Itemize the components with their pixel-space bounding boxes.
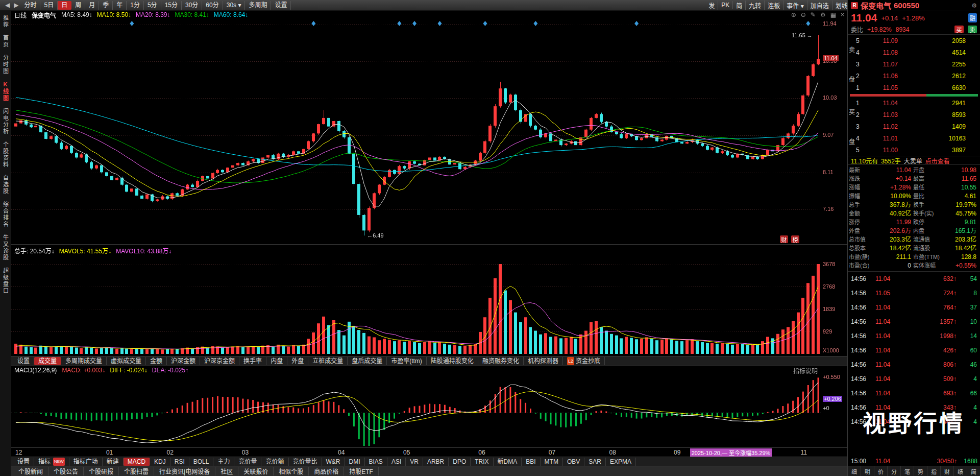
- bottom-tab-社区[interactable]: 社区: [215, 467, 238, 475]
- vol-tab-换手率[interactable]: 换手率: [239, 357, 266, 365]
- bottom-tab-商品价格[interactable]: 商品价格: [309, 467, 344, 475]
- mini-tab-指[interactable]: 指: [927, 466, 941, 476]
- sidebar-item-牛叉诊股[interactable]: 牛叉诊股: [2, 234, 10, 261]
- sell-tab-button[interactable]: 卖: [968, 26, 977, 33]
- bottom-tab-关联报价[interactable]: 关联报价: [238, 467, 274, 475]
- sell-queue-row[interactable]: 411.084514: [856, 46, 980, 58]
- big-order-alert[interactable]: 11.10元有 3552手 大卖单 点击查看: [848, 156, 980, 165]
- sell-queue-row[interactable]: 511.092058: [856, 35, 980, 46]
- toolbar-item-连板[interactable]: 连板: [765, 1, 783, 10]
- indicator-tab-EXPMA[interactable]: EXPMA: [606, 458, 636, 466]
- sell-queue-row[interactable]: 311.072255: [856, 58, 980, 70]
- vol-tab-设置[interactable]: 设置: [13, 357, 34, 365]
- mini-tab-势[interactable]: 势: [914, 466, 927, 476]
- indicator-tab-MACD[interactable]: MACD: [124, 458, 150, 466]
- bottom-tab-个股新闻[interactable]: 个股新闻: [13, 467, 48, 475]
- mini-tab-分[interactable]: 分: [888, 466, 901, 476]
- vol-tab-市盈率(ttm)[interactable]: 市盈率(ttm): [387, 357, 427, 365]
- period-tab-30s ▾[interactable]: 30s ▾: [223, 1, 246, 10]
- indicator-tab-KDJ[interactable]: KDJ: [150, 458, 170, 466]
- toolbar-item-九转[interactable]: 九转: [746, 1, 765, 10]
- indicator-plaza[interactable]: 指标广场: [69, 458, 103, 466]
- period-tab-周[interactable]: 周: [71, 1, 85, 10]
- buy-queue-row[interactable]: 211.038593: [856, 109, 980, 121]
- sell-queue-row[interactable]: 111.056630: [856, 82, 980, 93]
- mini-tab-财[interactable]: 财: [941, 466, 954, 476]
- indicator-tab-指标[interactable]: 指标NEW: [34, 458, 69, 466]
- bottom-tab-个股研报[interactable]: 个股研报: [84, 467, 119, 475]
- indicator-tab-竞价量比[interactable]: 竞价量比: [289, 458, 322, 466]
- vol-tab-金额[interactable]: 金额: [146, 357, 167, 365]
- indicator-tab-竞价额[interactable]: 竞价额: [261, 458, 288, 466]
- kline-chart-canvas[interactable]: [11, 19, 847, 245]
- indicator-tab-VR[interactable]: VR: [406, 458, 423, 466]
- period-tab-30分[interactable]: 30分: [182, 1, 202, 10]
- period-tab-季[interactable]: 季: [99, 1, 113, 10]
- period-tab-1分[interactable]: 1分: [127, 1, 144, 10]
- chart-tool-icon-3[interactable]: ⚙: [820, 11, 826, 18]
- mini-tab-简[interactable]: 简: [967, 466, 980, 476]
- bottom-tab-持股ETF[interactable]: 持股ETF: [344, 467, 379, 475]
- period-tab-日[interactable]: 日: [58, 1, 71, 10]
- date-range-highlight[interactable]: 2025-10-20,— 至今涨幅35.29%: [690, 448, 772, 457]
- vol-tab-融资融券变化[interactable]: 融资融券变化: [478, 357, 524, 365]
- vol-tab-资金抄底[interactable]: L2资金抄底: [563, 357, 605, 365]
- indicator-tab-MTM[interactable]: MTM: [541, 458, 563, 466]
- bottom-tab-个股扫雷[interactable]: 个股扫雷: [119, 467, 154, 475]
- indicator-tab-SAR[interactable]: SAR: [584, 458, 606, 466]
- bottom-tab-相似个股[interactable]: 相似个股: [274, 467, 309, 475]
- vol-tab-多周期成交量[interactable]: 多周期成交量: [61, 357, 107, 365]
- indicator-tab-W&R[interactable]: W&R: [322, 458, 345, 466]
- indicator-tab-BOLL[interactable]: BOLL: [189, 458, 214, 466]
- period-tab-月[interactable]: 月: [85, 1, 99, 10]
- bottom-tab-行业资讯|电网设备[interactable]: 行业资讯|电网设备: [154, 467, 215, 475]
- indicator-tab-主力[interactable]: 主力: [213, 458, 234, 466]
- buy-tab-button[interactable]: 买: [954, 26, 964, 33]
- toolbar-item-PK[interactable]: PK: [718, 1, 733, 9]
- sidebar-item-分时图[interactable]: 分时图: [2, 55, 10, 75]
- sidebar-item-个股资料[interactable]: 个股资料: [2, 141, 10, 168]
- vol-tab-成交量[interactable]: 成交量: [34, 357, 61, 365]
- sell-queue-row[interactable]: 211.062612: [856, 70, 980, 82]
- macd-name[interactable]: MACD(12,26,9): [14, 367, 57, 374]
- vol-tab-虚拟成交量[interactable]: 虚拟成交量: [107, 357, 146, 365]
- period-tab-5分[interactable]: 5分: [144, 1, 161, 10]
- period-tab-分时[interactable]: 分时: [20, 1, 40, 10]
- period-tab-年[interactable]: 年: [113, 1, 127, 10]
- chart-tool-icon-1[interactable]: ⊖: [801, 11, 806, 18]
- indicator-tab-DMI[interactable]: DMI: [345, 458, 365, 466]
- indicator-tab-ASI[interactable]: ASI: [387, 458, 406, 466]
- vol-tab-沪深金额[interactable]: 沪深金额: [167, 357, 200, 365]
- vol-tab-陆股通持股变化[interactable]: 陆股通持股变化: [427, 357, 478, 365]
- volume-chart-canvas[interactable]: [11, 245, 847, 356]
- sidebar-item-首页[interactable]: 首页: [2, 35, 10, 48]
- buy-queue-row[interactable]: 311.021409: [856, 121, 980, 132]
- sidebar-item-闪电分析[interactable]: 闪电分析: [2, 108, 10, 135]
- indicator-tab-DPO[interactable]: DPO: [449, 458, 471, 466]
- chart-tool-icon-4[interactable]: ▦: [830, 11, 836, 18]
- buy-queue-row[interactable]: 111.042941: [856, 97, 980, 109]
- period-tab-多周期[interactable]: 多周期: [245, 1, 271, 10]
- indicator-tab-竞价量[interactable]: 竞价量: [234, 458, 261, 466]
- chart-tool-icon-5[interactable]: ×: [841, 11, 844, 18]
- sidebar-item-综合排名[interactable]: 综合排名: [2, 201, 10, 228]
- indicator-tab-TRIX[interactable]: TRIX: [471, 458, 493, 466]
- mini-tab-绩[interactable]: 绩: [954, 466, 967, 476]
- indicator-help-link[interactable]: 指标说明: [793, 366, 818, 375]
- sidebar-item-推荐[interactable]: 推荐: [2, 15, 10, 28]
- period-tab-15分[interactable]: 15分: [161, 1, 182, 10]
- indicator-new[interactable]: 新建: [103, 458, 124, 466]
- pane-badge-榜[interactable]: 榜: [791, 235, 799, 243]
- sidebar-item-K线图[interactable]: K线图: [2, 81, 10, 102]
- indicator-tab-BBI[interactable]: BBI: [522, 458, 540, 466]
- toolbar-item-发[interactable]: 发: [705, 1, 718, 10]
- vol-tab-机构探测器[interactable]: 机构探测器: [524, 357, 563, 365]
- mini-tab-细[interactable]: 细: [848, 466, 861, 476]
- toolbar-item-加自选[interactable]: 加自选: [807, 1, 832, 10]
- chart-tool-icon-2[interactable]: ✎: [811, 11, 816, 18]
- period-tab-5日[interactable]: 5日: [40, 1, 58, 10]
- macd-chart-canvas[interactable]: [11, 374, 847, 447]
- period-label[interactable]: 日线: [14, 11, 27, 19]
- indicator-settings[interactable]: 设置: [13, 458, 34, 466]
- period-tab-设置[interactable]: 设置: [271, 1, 291, 10]
